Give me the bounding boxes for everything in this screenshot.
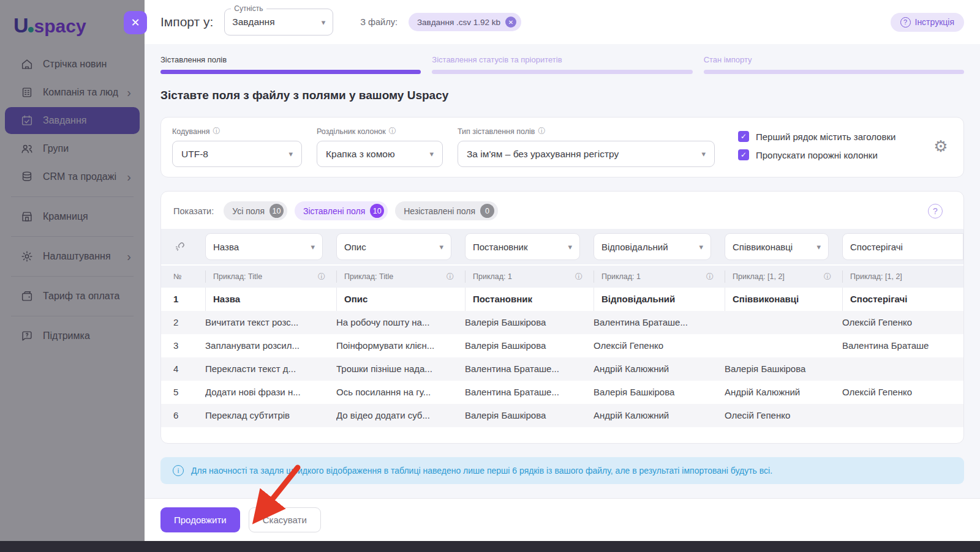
skip-empty-columns-checkbox[interactable]: ✓ Пропускати порожні колонки: [738, 149, 895, 160]
first-row-headers-checkbox[interactable]: ✓ Перший рядок містить заголовки: [738, 131, 895, 142]
delimiter-label: Роздільник колонок: [317, 127, 386, 136]
mapping-select-author[interactable]: Постановник▾: [465, 233, 580, 260]
instruction-button[interactable]: ? Інструкція: [891, 13, 965, 32]
chevron-down-icon: ▾: [322, 18, 326, 27]
info-icon: i: [173, 465, 184, 476]
table-row: 6 Переклад субтитрів До відео додати суб…: [161, 404, 963, 427]
chevron-down-icon: ▾: [439, 242, 443, 252]
table-row: 4 Перекласти текст д... Трошки пізніше н…: [161, 357, 963, 381]
checkbox-checked-icon[interactable]: ✓: [738, 149, 749, 160]
link-off-icon: [173, 240, 187, 253]
mapping-select-observers[interactable]: Спостерігачі: [842, 233, 963, 260]
import-steps: Зіставлення полів Зіставлення статусів т…: [160, 55, 964, 74]
info-icon: ⓘ: [706, 272, 714, 282]
import-modal: Імпорт у: Сутність Завдання ▾ З файлу: З…: [145, 0, 980, 541]
chevron-down-icon: ▾: [816, 242, 821, 252]
info-icon: ⓘ: [447, 272, 454, 282]
filter-mapped-fields[interactable]: Зіставлені поля 10: [295, 201, 388, 220]
count-badge: 10: [270, 204, 284, 218]
chevron-down-icon: ▾: [568, 242, 572, 252]
step-status-mapping[interactable]: Зіставлення статусів та пріоритетів: [432, 55, 692, 74]
chevron-down-icon: ▾: [699, 242, 703, 252]
file-label: З файлу:: [360, 17, 398, 27]
help-icon[interactable]: ?: [928, 204, 943, 218]
column-mapping-row: Назва▾ Опис▾ Постановник▾ Відповідальний…: [161, 229, 963, 264]
count-badge: 0: [480, 204, 494, 218]
file-chip[interactable]: Завдання .csv 1.92 kb ✕: [409, 13, 521, 31]
mapping-select-coexecutors[interactable]: Співвиконавці▾: [725, 233, 829, 260]
unlink-all-button[interactable]: [173, 240, 205, 253]
cancel-button[interactable]: Скасувати: [249, 507, 321, 532]
step-import-state[interactable]: Стан імпорту: [704, 55, 964, 74]
close-modal-button[interactable]: ✕: [124, 11, 147, 34]
info-banner-text: Для наочності та задля швидкого відображ…: [191, 466, 772, 476]
field-filter-row: Показати: Усі поля 10 Зіставлені поля 10…: [161, 201, 963, 229]
info-banner: i Для наочності та задля швидкого відобр…: [160, 457, 964, 484]
chevron-down-icon: ▾: [311, 242, 315, 252]
entity-select-label: Сутність: [231, 4, 266, 13]
encoding-field: Кодуванняⓘ UTF-8 ▾: [172, 126, 302, 167]
step-progress-bar: [704, 70, 964, 74]
remove-file-icon[interactable]: ✕: [505, 17, 516, 28]
import-body: Зіставлення полів Зіставлення статусів т…: [145, 44, 980, 498]
step-progress-bar: [160, 70, 421, 74]
info-icon: ⓘ: [824, 272, 831, 282]
table-row: 5 Додати нові фрази н... Ось посилання н…: [161, 381, 963, 404]
filter-unmapped-fields[interactable]: Незіставлені поля 0: [395, 201, 498, 220]
table-row: 3 Запланувати розсил... Поінформувати кл…: [161, 334, 963, 357]
mapping-select-description[interactable]: Опис▾: [336, 233, 451, 260]
import-header: Імпорт у: Сутність Завдання ▾ З файлу: З…: [145, 0, 980, 44]
mapping-type-field: Тип зіставлення полівⓘ За ім'ям – без ур…: [458, 126, 715, 167]
show-label: Показати:: [173, 206, 214, 216]
mapping-select-name[interactable]: Назва▾: [205, 233, 323, 260]
delimiter-field: Роздільник колонокⓘ Крапка з комою ▾: [317, 126, 443, 167]
entity-select[interactable]: Сутність Завдання ▾: [224, 9, 333, 35]
continue-button[interactable]: Продовжити: [160, 507, 240, 532]
page-title: Зіставте поля з файлу з полями у вашому …: [160, 89, 964, 102]
step-field-mapping[interactable]: Зіставлення полів: [160, 55, 421, 74]
mapping-table-card: Показати: Усі поля 10 Зіставлені поля 10…: [160, 191, 964, 444]
info-icon: ⓘ: [213, 126, 221, 136]
encoding-select[interactable]: UTF-8 ▾: [172, 141, 302, 167]
chevron-down-icon: ▾: [429, 149, 434, 159]
delimiter-select[interactable]: Крапка з комою ▾: [317, 141, 443, 167]
file-chip-name: Завдання .csv 1.92 kb: [417, 18, 500, 27]
import-settings-card: Кодуванняⓘ UTF-8 ▾ Роздільник колонокⓘ К…: [160, 117, 964, 177]
mapping-type-select[interactable]: За ім'ям – без урахування регістру ▾: [458, 141, 715, 167]
chevron-down-icon: ▾: [701, 149, 706, 159]
chevron-down-icon: ▾: [288, 149, 293, 159]
example-row: № Приклад: Titleⓘ Приклад: Titleⓘ Прикла…: [161, 266, 963, 288]
table-row: 1 Назва Опис Постановник Відповідальний …: [161, 288, 963, 311]
entity-select-value: Завдання: [232, 17, 316, 28]
row-number-header: №: [173, 272, 194, 281]
filter-all-fields[interactable]: Усі поля 10: [224, 201, 287, 220]
gear-icon[interactable]: ⚙: [930, 137, 951, 156]
info-icon: ⓘ: [538, 126, 545, 136]
step-progress-bar: [432, 70, 692, 74]
table-row: 2 Вичитати текст розс... На робочу пошту…: [161, 311, 963, 334]
instruction-label: Інструкція: [915, 17, 955, 27]
import-options: ✓ Перший рядок містить заголовки ✓ Пропу…: [738, 126, 895, 160]
info-icon: ⓘ: [318, 272, 325, 282]
encoding-label: Кодування: [172, 127, 210, 136]
import-title: Імпорт у:: [160, 15, 213, 29]
info-icon: ⓘ: [575, 272, 582, 282]
count-badge: 10: [370, 204, 384, 218]
import-footer: Продовжити Скасувати: [145, 498, 980, 541]
info-icon: ⓘ: [389, 126, 396, 136]
mapping-select-responsible[interactable]: Відповідальний▾: [594, 233, 711, 260]
mapping-type-label: Тип зіставлення полів: [458, 127, 535, 136]
question-icon: ?: [900, 17, 911, 28]
checkbox-checked-icon[interactable]: ✓: [738, 131, 749, 142]
